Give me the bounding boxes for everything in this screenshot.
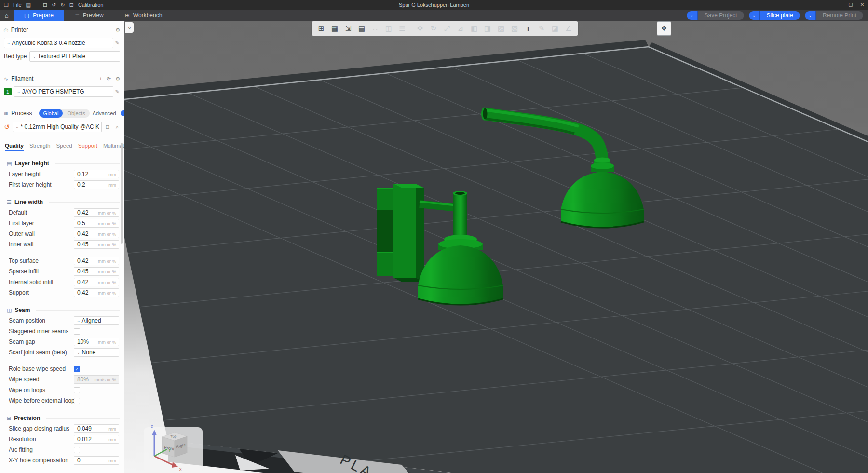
tab-workbench[interactable]: ⊞ Workbench: [114, 10, 173, 21]
calibration-icon[interactable]: ⊡: [69, 0, 74, 10]
x-y-hole-compensation-input[interactable]: 0mm: [74, 456, 119, 465]
svg-tool-icon: ✎: [535, 22, 548, 35]
calibration-menu[interactable]: Calibration: [78, 2, 104, 8]
tab-strength[interactable]: Strength: [29, 143, 50, 151]
scrollbar-thumb[interactable]: [121, 143, 123, 244]
text-tool-icon[interactable]: T: [521, 22, 535, 35]
scarf-joint-seam-beta-select[interactable]: ⌄ None: [74, 348, 119, 357]
section-divider: [0, 67, 124, 67]
file-icon[interactable]: ❏: [4, 0, 9, 10]
advanced-toggle[interactable]: [121, 110, 124, 116]
param-label: X-Y hole compensation: [9, 457, 74, 464]
add-plate-icon[interactable]: ▦: [328, 22, 341, 35]
outer-wall-input[interactable]: 0.42mm or %: [74, 230, 119, 238]
tab-speed[interactable]: Speed: [56, 143, 72, 151]
arc-fitting-checkbox[interactable]: [74, 447, 80, 453]
redo-icon[interactable]: ↻: [60, 0, 65, 10]
close-button[interactable]: ✕: [856, 0, 868, 10]
param-row-inner-wall: Inner wall 0.45mm or %: [0, 239, 124, 250]
arrange-icon[interactable]: ▤: [355, 22, 368, 35]
build-plate[interactable]: Double Sided PEI PLA: [124, 21, 868, 473]
printer-name: Anycubic Kobra 3 0.4 nozzle: [12, 40, 85, 46]
menu-icon[interactable]: ▤: [26, 0, 31, 10]
inner-wall-input[interactable]: 0.45mm or %: [74, 240, 119, 249]
process-preset-select[interactable]: ⌄ * 0.12mm High Quality @AC K3: [13, 122, 102, 132]
line-width-icon: ☰: [7, 199, 12, 205]
fill-plate-icon: ◫: [382, 22, 395, 35]
filament-select[interactable]: ⌄ JAYO PETG HSMPETG: [14, 86, 113, 97]
chevron-down-icon: ⌄: [77, 318, 81, 323]
printer-edit-icon[interactable]: ✎: [113, 40, 121, 46]
seam-gap-input[interactable]: 10%mm or %: [74, 338, 119, 346]
param-label: Arc fitting: [9, 446, 74, 453]
action-buttons: ⌄ Save Project ⌄ Slice plate ⌄ Remote Pr…: [687, 10, 863, 21]
maximize-button[interactable]: ▢: [845, 0, 856, 10]
scale-icon: ⤢: [440, 22, 454, 35]
param-label: First layer height: [9, 181, 74, 188]
save-preset-icon[interactable]: ⊟: [104, 124, 111, 130]
sidebar-collapse-button[interactable]: ‹›: [125, 22, 134, 33]
section-rule: [36, 310, 120, 311]
slice-plate-dropdown-icon[interactable]: ⌄: [749, 11, 760, 20]
layer-height-input[interactable]: 0.12mm: [74, 170, 119, 178]
remote-print-button[interactable]: ⌄ Remote Print: [805, 11, 863, 20]
tab-quality[interactable]: Quality: [5, 143, 24, 151]
remote-print-dropdown-icon[interactable]: ⌄: [805, 11, 816, 20]
wipe-on-loops-checkbox[interactable]: [74, 387, 80, 393]
minimize-button[interactable]: –: [833, 0, 845, 10]
auto-orient-icon[interactable]: ⇲: [341, 22, 355, 35]
bed-type-select[interactable]: ⌄ Textured PEI Plate: [29, 51, 120, 62]
toolbar-separator: [411, 24, 411, 33]
add-object-icon[interactable]: ⊞: [314, 22, 328, 35]
prepare-icon: ▢: [24, 12, 29, 19]
tab-prepare[interactable]: ▢ Prepare: [14, 10, 64, 21]
first-layer-input[interactable]: 0.5mm or %: [74, 219, 119, 228]
sparse-infill-input[interactable]: 0.45mm or %: [74, 267, 119, 276]
param-label: Outer wall: [9, 230, 74, 237]
internal-solid-infill-input[interactable]: 0.42mm or %: [74, 278, 119, 286]
titlebar-menu-group: ❏ File ▤ ⊟ ↺ ↻ ⊡ Calibration: [0, 0, 103, 10]
wipe-speed-input[interactable]: 80%mm/s or %: [74, 375, 119, 384]
save-project-button[interactable]: ⌄ Save Project: [687, 11, 744, 20]
tab-support[interactable]: Support: [78, 143, 97, 151]
staggered-inner-seams-checkbox[interactable]: [74, 328, 80, 335]
param-row-outer-wall: Outer wall 0.42mm or %: [0, 229, 124, 239]
add-filament-icon[interactable]: +: [99, 76, 102, 81]
file-menu[interactable]: File: [13, 2, 22, 8]
top-surface-input[interactable]: 0.42mm or %: [74, 257, 119, 265]
save-icon[interactable]: ⊟: [43, 0, 47, 10]
printer-settings-icon[interactable]: ⚙: [115, 27, 120, 33]
search-icon[interactable]: ⌕: [113, 124, 121, 130]
toggle-global[interactable]: Global: [39, 109, 63, 118]
seam-position-select[interactable]: ⌄ Aligned: [74, 316, 119, 325]
assembly-view-icon[interactable]: ❖: [657, 21, 671, 36]
settings-sidebar: ⎙ Printer ⚙ ⌄ Anycubic Kobra 3 0.4 nozzl…: [0, 21, 124, 473]
reset-icon[interactable]: ↺: [3, 123, 11, 131]
sync-filament-icon[interactable]: ⟳: [107, 76, 111, 82]
printer-select[interactable]: ⌄ Anycubic Kobra 3 0.4 nozzle: [4, 38, 113, 48]
param-row-staggered-inner-seams: Staggered inner seams: [0, 326, 124, 337]
slice-plate-button[interactable]: ⌄ Slice plate: [749, 11, 800, 20]
precision-icon: ⊞: [7, 415, 11, 421]
save-project-dropdown-icon[interactable]: ⌄: [687, 11, 698, 20]
viewport-3d[interactable]: Double Sided PEI PLA: [124, 21, 868, 473]
filament-slot-badge[interactable]: 1: [4, 88, 12, 95]
section-rule: [46, 418, 120, 419]
chevron-down-icon: ⌄: [7, 41, 11, 45]
resolution-input[interactable]: 0.012mm: [74, 435, 119, 444]
first-layer-height-input[interactable]: 0.2mm: [74, 180, 119, 189]
toggle-objects[interactable]: Objects: [63, 109, 89, 118]
tab-preview[interactable]: ≣ Preview: [64, 10, 114, 21]
slice-gap-closing-radius-input[interactable]: 0.049mm: [74, 424, 119, 433]
home-button[interactable]: ⌂: [0, 10, 14, 21]
filament-edit-icon[interactable]: ✎: [113, 89, 121, 95]
role-base-wipe-speed-checkbox[interactable]: ✓: [74, 366, 80, 372]
support-input[interactable]: 0.42mm or %: [74, 288, 119, 297]
undo-icon[interactable]: ↺: [52, 0, 56, 10]
bed-type-label: Bed type: [4, 53, 27, 60]
color-painting-icon: ▨: [494, 22, 508, 35]
filament-settings-icon[interactable]: ⚙: [115, 76, 120, 82]
orientation-cube[interactable]: Top Front Right z x y: [144, 424, 203, 473]
wipe-before-external-loop-checkbox[interactable]: [74, 398, 80, 404]
default-input[interactable]: 0.42mm or %: [74, 208, 119, 217]
